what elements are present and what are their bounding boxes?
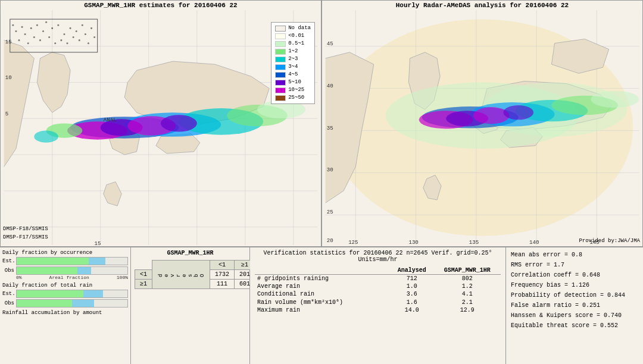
svg-text:15: 15	[95, 240, 101, 245]
verif-col-header-analysed: Analysed	[390, 266, 433, 275]
svg-point-29	[21, 26, 23, 28]
svg-point-36	[48, 36, 50, 38]
left-map-title: GSMAP_MWR_1HR estimates for 20160406 22	[1, 1, 321, 10]
legend: No data <0.01 0.5~1 1~2	[271, 22, 315, 104]
svg-text:5: 5	[5, 111, 8, 117]
legend-5: 5~10	[275, 79, 311, 86]
charts-panel: Daily fraction by occurrence Est. Obs	[0, 247, 131, 364]
svg-text:35: 35	[327, 125, 333, 131]
verif-table: Analysed GSMAP_MWR_1HR # gridpoints rain…	[255, 266, 501, 314]
verif-val-avgrain-g: 1.2	[433, 283, 501, 290]
legend-color-4	[275, 72, 286, 78]
verif-row-condrain: Conditional rain 3.6 4.1	[255, 290, 501, 298]
svg-point-38	[12, 24, 14, 26]
rain-est-bar	[16, 290, 128, 298]
contingency-table: Observed <1 ≥1 <1 1732 201 ≥1 111 601	[135, 260, 255, 289]
svg-point-19	[161, 115, 197, 131]
legend-3: 3~4	[275, 63, 311, 71]
contingency-obs-label: Observed	[152, 261, 210, 289]
svg-text:130: 130	[408, 239, 418, 245]
svg-point-41	[70, 27, 71, 29]
svg-point-34	[51, 27, 53, 29]
verif-panel: Verification statistics for 20160406 22 …	[250, 247, 506, 364]
svg-point-40	[63, 33, 65, 35]
verif-col-header-gsmap: GSMAP_MWR_1HR	[433, 266, 501, 275]
legend-25: 25~50	[275, 94, 311, 102]
svg-point-48	[85, 33, 86, 35]
svg-text:40: 40	[327, 83, 333, 89]
svg-point-47	[82, 24, 83, 26]
verif-title: Verification statistics for 20160406 22 …	[255, 250, 501, 263]
verif-val-rainvol-g: 2.1	[433, 298, 501, 306]
fraction-bar-chart: Est. Obs	[2, 257, 128, 275]
stat-corr: Correlation coeff = 0.648	[511, 270, 638, 280]
verif-label-avgrain: Average rain	[255, 283, 390, 290]
map-provider: Provided by:JWA/JMA	[579, 238, 640, 244]
verif-col-header-label	[255, 266, 390, 275]
verif-label-gridpoints: # gridpoints raining	[255, 275, 390, 283]
stat-rms: RMS error = 1.7	[511, 260, 638, 270]
fraction-obs-fill	[17, 267, 77, 274]
stats-panel: Mean abs error = 0.8 RMS error = 1.7 Cor…	[506, 247, 643, 364]
rain-obs-label: Obs	[2, 300, 14, 306]
verif-val-maxrain-g: 12.9	[433, 306, 501, 314]
verif-val-rainvol-a: 1.6	[390, 298, 433, 306]
rain-bar-est: Est.	[2, 290, 128, 298]
svg-point-28	[33, 36, 35, 38]
contingency-panel: GSMAP_MWR_1HR Observed <1 ≥1 <1 1732 201…	[131, 247, 250, 364]
fraction-bar-est: Est.	[2, 257, 128, 265]
svg-point-33	[39, 39, 41, 41]
satellite-label-2: DMSP-F17/SSMIS	[3, 234, 48, 240]
svg-text:135: 135	[469, 239, 479, 245]
verif-val-avgrain-a: 1.0	[390, 283, 433, 290]
bottom-row: Daily fraction by occurrence Est. Obs	[0, 247, 643, 364]
fraction-obs-bar	[16, 266, 128, 275]
verif-label-condrain: Conditional rain	[255, 290, 390, 298]
verif-row-maxrain: Maximum rain 14.0 12.9	[255, 306, 501, 314]
stat-freq-bias: Frequency bias = 1.126	[511, 280, 638, 290]
legend-color-05	[275, 41, 286, 47]
right-map-canvas: 45 40 35 30 25 20 125 130 135 140 145 Pr…	[322, 10, 642, 245]
verif-val-condrain-g: 4.1	[433, 290, 501, 298]
stat-mean-abs: Mean abs error = 0.8	[511, 250, 638, 260]
verif-header-row: Analysed GSMAP_MWR_1HR	[255, 266, 501, 275]
stat-pod: Probability of detection = 0.844	[511, 290, 638, 300]
fraction-axis-mid: Areal fraction	[49, 275, 89, 280]
stat-far: False alarm ratio = 0.251	[511, 300, 638, 310]
verif-label-rainvol: Rain volume (mm*km²x10⁶)	[255, 298, 390, 306]
contingency-title: GSMAP_MWR_1HR	[135, 250, 246, 256]
legend-label-10: 10~25	[288, 86, 304, 94]
legend-label-05: 0.5~1	[288, 40, 304, 48]
verif-val-condrain-a: 3.6	[390, 290, 433, 298]
verif-val-maxrain-a: 14.0	[390, 306, 433, 314]
stat-ets: Equitable threat score = 0.552	[511, 321, 638, 331]
svg-point-49	[88, 42, 89, 44]
satellite-label-1: DMSP-F18/SSMIS	[3, 226, 48, 232]
rain-chart-section: Daily fraction of total rain Est. Obs	[2, 283, 128, 307]
legend-color-25	[275, 95, 286, 101]
legend-label-5: 5~10	[288, 79, 301, 86]
legend-color-nodata	[275, 26, 286, 32]
verif-row-gridpoints: # gridpoints raining 712 802	[255, 275, 501, 283]
verif-row-rainvol: Rain volume (mm*km²x10⁶) 1.6 2.1	[255, 298, 501, 306]
svg-text:20: 20	[327, 237, 333, 244]
legend-color-5	[275, 80, 286, 86]
svg-point-25	[36, 24, 38, 26]
svg-point-50	[90, 27, 92, 29]
svg-point-78	[503, 105, 533, 120]
svg-point-43	[66, 42, 68, 44]
rain-est-label: Est.	[2, 291, 14, 297]
svg-text:125: 125	[348, 239, 358, 245]
left-map-canvas: 15 10 5 ANAL 15 DMSP-F18/SSMIS DMSP-F17/…	[1, 10, 321, 245]
legend-nodata: No data	[275, 24, 311, 32]
svg-point-39	[57, 24, 59, 26]
svg-point-24	[30, 27, 32, 29]
fraction-chart-section: Daily fraction by occurrence Est. Obs	[2, 250, 128, 280]
main-container: GSMAP_MWR_1HR estimates for 20160406 22	[0, 0, 643, 364]
fraction-est-fill	[17, 258, 89, 265]
contingency-header-row: Observed <1 ≥1	[135, 261, 255, 270]
svg-point-35	[15, 30, 17, 32]
legend-label-3: 3~4	[288, 63, 298, 71]
legend-color-10	[275, 87, 286, 93]
svg-point-44	[73, 36, 74, 38]
